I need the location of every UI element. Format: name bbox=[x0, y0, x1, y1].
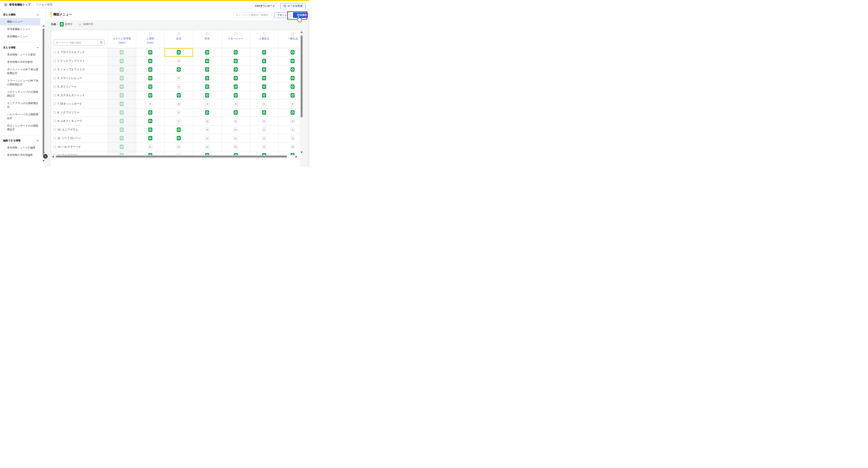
access-cell[interactable] bbox=[164, 83, 193, 91]
access-cell[interactable] bbox=[221, 100, 250, 108]
keyword-filter-input[interactable] bbox=[54, 41, 98, 44]
row-select-checkbox[interactable] bbox=[53, 85, 56, 88]
csv-download-button[interactable]: CSVダウンロード bbox=[252, 3, 278, 9]
row-select-checkbox[interactable] bbox=[53, 120, 56, 122]
access-cell[interactable] bbox=[136, 143, 164, 151]
access-cell[interactable] bbox=[278, 117, 300, 125]
access-cell[interactable] bbox=[278, 108, 300, 117]
role-column-label[interactable]: マネージャー bbox=[228, 37, 243, 40]
access-cell[interactable] bbox=[250, 65, 278, 74]
create-role-button[interactable]: ロールを作成 bbox=[280, 3, 305, 9]
access-cell[interactable] bbox=[136, 125, 164, 134]
row-select-checkbox[interactable] bbox=[53, 137, 56, 139]
access-cell[interactable] bbox=[193, 125, 221, 134]
access-cell[interactable] bbox=[136, 48, 164, 57]
access-cell[interactable] bbox=[221, 57, 250, 65]
access-cell[interactable] bbox=[136, 91, 164, 100]
sidebar-scroll-up-arrow[interactable] bbox=[42, 25, 45, 27]
scroll-right-arrow[interactable] bbox=[296, 155, 297, 158]
save-settings-button[interactable]: 設定保存 bbox=[293, 12, 309, 18]
search-icon[interactable] bbox=[98, 41, 104, 44]
sidebar-collapse-button[interactable]: ‹ bbox=[42, 153, 48, 159]
access-cell[interactable] bbox=[278, 48, 300, 57]
access-cell[interactable] bbox=[221, 117, 250, 125]
column-select-checkbox[interactable] bbox=[291, 33, 294, 35]
sidebar-item[interactable]: 機能メニュー bbox=[0, 18, 40, 26]
row-select-checkbox[interactable] bbox=[53, 103, 56, 105]
sidebar-item[interactable]: 基本情報の項目別参照 bbox=[0, 58, 40, 66]
sidebar-section-header[interactable]: 使える機能 bbox=[0, 11, 42, 18]
reset-button[interactable]: リセット bbox=[274, 12, 290, 18]
access-cell[interactable] bbox=[193, 117, 221, 125]
sidebar-item[interactable]: パルスサーベイの公開範囲設定 bbox=[0, 111, 40, 122]
access-cell[interactable] bbox=[164, 57, 193, 65]
access-cell[interactable] bbox=[193, 48, 221, 57]
column-select-checkbox[interactable] bbox=[235, 33, 237, 35]
access-cell[interactable] bbox=[164, 117, 193, 125]
access-cell[interactable] bbox=[278, 100, 300, 108]
row-select-checkbox[interactable] bbox=[53, 51, 56, 54]
access-cell[interactable] bbox=[193, 108, 221, 117]
access-cell[interactable] bbox=[221, 108, 250, 117]
access-cell[interactable] bbox=[250, 57, 278, 65]
role-column-label[interactable]: 部長 bbox=[205, 37, 210, 40]
scroll-left-arrow[interactable] bbox=[52, 155, 54, 158]
sidebar-item[interactable]: 管理者機能メニュー bbox=[0, 26, 40, 33]
scroll-up-arrow[interactable] bbox=[301, 31, 303, 33]
access-cell[interactable] bbox=[250, 125, 278, 134]
bulk-operation-button[interactable]: チェックした箇所を一括操作 bbox=[233, 12, 272, 18]
access-cell[interactable] bbox=[136, 57, 164, 65]
access-cell[interactable] bbox=[164, 143, 193, 151]
access-cell[interactable] bbox=[193, 134, 221, 143]
access-cell[interactable] bbox=[221, 48, 250, 57]
row-select-checkbox[interactable] bbox=[53, 68, 56, 71]
column-select-checkbox[interactable] bbox=[206, 33, 208, 35]
access-cell[interactable] bbox=[193, 83, 221, 91]
sidebar-item[interactable]: 基本情報の項目別編集 bbox=[0, 151, 40, 159]
sidebar-section-header[interactable]: 見える情報 bbox=[0, 45, 42, 51]
sidebar-item[interactable]: コネクトキューブの公開範囲設定 bbox=[0, 88, 40, 99]
access-cell[interactable] bbox=[250, 83, 278, 91]
access-cell[interactable] bbox=[164, 108, 193, 117]
access-cell[interactable] bbox=[278, 143, 300, 151]
sidebar-section-header[interactable]: 編集できる情報 bbox=[0, 137, 42, 144]
access-cell[interactable] bbox=[136, 117, 164, 125]
access-cell[interactable] bbox=[193, 100, 221, 108]
access-cell[interactable] bbox=[250, 108, 278, 117]
row-select-checkbox[interactable] bbox=[53, 60, 56, 62]
access-cell[interactable] bbox=[250, 117, 278, 125]
role-column-label[interactable]: 人事部 bbox=[146, 37, 154, 40]
sidebar-item[interactable]: 追加機能メニュー bbox=[0, 33, 40, 40]
access-cell[interactable] bbox=[221, 74, 250, 83]
column-select-checkbox[interactable] bbox=[121, 33, 123, 35]
row-select-checkbox[interactable] bbox=[53, 94, 56, 96]
sidebar-item[interactable]: 基本情報・シートの参照 bbox=[0, 51, 40, 58]
role-column-label[interactable]: 人事担当 bbox=[259, 37, 269, 40]
access-cell[interactable] bbox=[250, 74, 278, 83]
access-cell[interactable] bbox=[221, 143, 250, 151]
row-select-checkbox[interactable] bbox=[53, 77, 56, 79]
access-cell[interactable] bbox=[278, 74, 300, 83]
breadcrumb-root[interactable]: 管理者機能トップ bbox=[9, 3, 31, 6]
access-cell[interactable] bbox=[278, 65, 300, 74]
role-column-label[interactable]: 役員 bbox=[176, 37, 181, 40]
access-cell[interactable] bbox=[136, 74, 164, 83]
access-cell[interactable] bbox=[278, 83, 300, 91]
access-cell[interactable] bbox=[136, 83, 164, 91]
column-select-checkbox[interactable] bbox=[149, 33, 152, 35]
access-cell[interactable] bbox=[193, 91, 221, 100]
access-cell[interactable] bbox=[164, 125, 193, 134]
access-cell[interactable] bbox=[221, 83, 250, 91]
access-cell[interactable] bbox=[164, 74, 193, 83]
access-cell[interactable] bbox=[278, 134, 300, 143]
access-cell[interactable] bbox=[164, 65, 193, 74]
access-cell[interactable] bbox=[193, 65, 221, 74]
access-cell[interactable] bbox=[221, 91, 250, 100]
horizontal-scrollbar-thumb[interactable] bbox=[56, 155, 287, 157]
access-cell[interactable] bbox=[136, 65, 164, 74]
row-select-checkbox[interactable] bbox=[53, 111, 56, 114]
access-cell[interactable] bbox=[250, 143, 278, 151]
access-cell[interactable] bbox=[193, 74, 221, 83]
access-cell[interactable] bbox=[278, 91, 300, 100]
access-cell[interactable] bbox=[221, 125, 250, 134]
